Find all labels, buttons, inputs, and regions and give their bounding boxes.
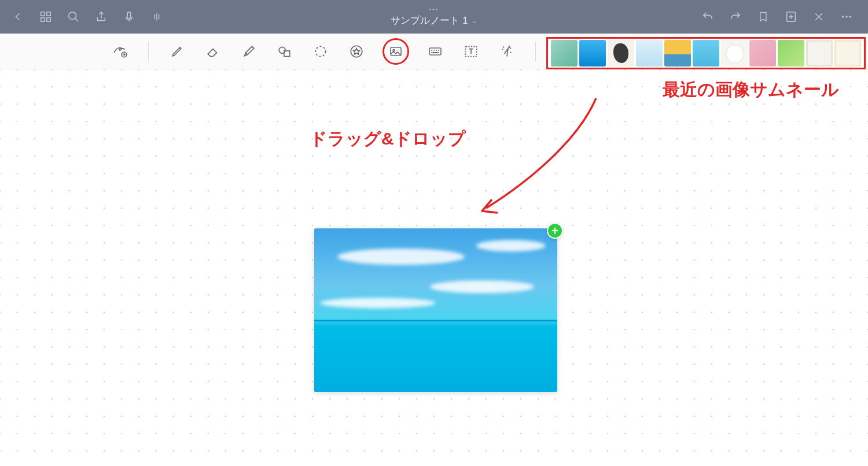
svg-point-9: [850, 16, 851, 17]
undo-icon[interactable]: [700, 9, 715, 24]
svg-rect-0: [41, 12, 45, 16]
more-icon[interactable]: [839, 9, 854, 24]
zoom-draw-tool[interactable]: [110, 42, 130, 61]
drag-handle-icon[interactable]: •••: [391, 6, 477, 13]
annotation-drag-drop: ドラッグ&ドロップ: [310, 127, 466, 151]
title-bar: ••• サンプルノート 1 ⌄: [0, 0, 868, 34]
highlighter-tool[interactable]: [239, 42, 259, 61]
grid-icon[interactable]: [38, 9, 53, 24]
shapes-tool[interactable]: [275, 42, 295, 61]
svg-point-16: [393, 49, 395, 51]
svg-rect-2: [41, 18, 45, 21]
favorites-tool[interactable]: [347, 42, 366, 61]
pointer-tool[interactable]: [497, 42, 517, 61]
svg-rect-5: [127, 12, 131, 19]
thumbnail-item[interactable]: [721, 40, 748, 66]
search-icon[interactable]: [66, 9, 81, 24]
thumbnail-item[interactable]: [806, 40, 833, 66]
thumbnail-item[interactable]: [778, 40, 804, 66]
text-tool[interactable]: [461, 42, 481, 61]
svg-point-4: [69, 12, 76, 20]
back-icon[interactable]: [10, 9, 25, 24]
note-title-text: サンプルノート 1: [391, 14, 468, 27]
redo-icon[interactable]: [728, 9, 743, 24]
svg-rect-17: [429, 48, 441, 55]
eraser-tool[interactable]: [203, 42, 223, 61]
add-page-icon[interactable]: [784, 9, 799, 24]
annotation-recent-thumbs: 最近の画像サムネール: [663, 78, 839, 102]
dropped-image[interactable]: +: [314, 228, 557, 392]
pen-tool[interactable]: [167, 42, 187, 61]
thumbnail-item[interactable]: [636, 40, 663, 66]
chevron-down-icon: ⌄: [472, 17, 477, 25]
separator: [535, 42, 536, 61]
thumbnail-item[interactable]: [693, 40, 719, 66]
thumbnail-item[interactable]: [579, 40, 606, 66]
close-icon[interactable]: [811, 9, 826, 24]
share-icon[interactable]: [94, 9, 109, 24]
thumbnail-item[interactable]: [834, 40, 861, 66]
audio-wave-icon[interactable]: [149, 9, 164, 24]
keyboard-tool[interactable]: [425, 42, 445, 61]
toolbar: [0, 34, 868, 69]
recent-thumbnails-panel: [546, 37, 866, 69]
note-title[interactable]: サンプルノート 1 ⌄: [391, 14, 477, 27]
mic-icon[interactable]: [122, 9, 137, 24]
svg-point-7: [843, 16, 844, 17]
svg-point-13: [315, 46, 325, 56]
svg-rect-3: [47, 18, 50, 21]
svg-point-8: [846, 16, 847, 17]
add-badge-icon[interactable]: +: [547, 223, 563, 239]
thumbnail-item[interactable]: [551, 40, 578, 66]
svg-rect-1: [47, 12, 50, 16]
thumbnail-item[interactable]: [608, 40, 634, 66]
bookmark-icon[interactable]: [756, 9, 771, 24]
separator: [148, 42, 149, 61]
thumbnail-item[interactable]: [749, 40, 776, 66]
lasso-tool[interactable]: [311, 42, 330, 61]
image-tool[interactable]: [382, 38, 409, 65]
thumbnail-item[interactable]: [664, 40, 691, 66]
